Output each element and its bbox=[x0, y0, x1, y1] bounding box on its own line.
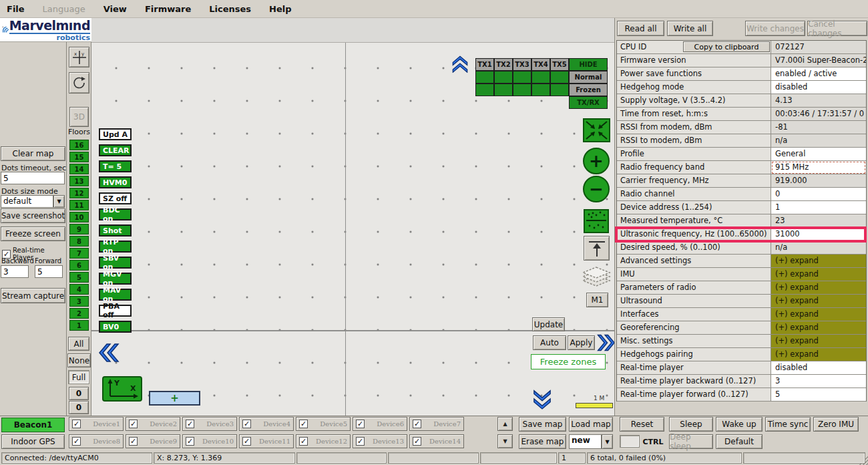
layers-icon[interactable] bbox=[579, 266, 614, 290]
copy-to-clipboard-button[interactable]: Copy to clipboard bbox=[683, 41, 770, 52]
floors-all-button[interactable]: All bbox=[68, 337, 89, 351]
floor-button-13[interactable]: 13 bbox=[69, 176, 89, 186]
m1-button[interactable]: M1 bbox=[586, 293, 608, 307]
device-toggle-device5[interactable]: ✓Device5 bbox=[296, 417, 351, 431]
backward-input[interactable] bbox=[1, 265, 29, 278]
menu-item-file[interactable]: File bbox=[7, 4, 25, 14]
tx-cell[interactable] bbox=[513, 71, 531, 84]
read-all-button[interactable]: Read all bbox=[617, 21, 664, 36]
property-value-real-time-player-backward-0-127[interactable]: 3 bbox=[771, 375, 866, 388]
floor-button-3[interactable]: 3 bbox=[69, 296, 89, 307]
zero-imu-button[interactable]: Zero IMU bbox=[813, 417, 859, 432]
add-submap-button[interactable]: + bbox=[149, 391, 200, 406]
property-value-real-time-player-forward-0-127[interactable]: 5 bbox=[771, 388, 866, 402]
menu-item-firmware[interactable]: Firmware bbox=[145, 4, 191, 14]
floor-button-15[interactable]: 15 bbox=[69, 152, 89, 162]
collapse-down-icon[interactable] bbox=[533, 388, 552, 410]
property-value-hedgehog-mode[interactable]: disabled bbox=[771, 81, 866, 94]
load-map-button[interactable]: Load map bbox=[569, 417, 613, 432]
xy-axes-tool-button[interactable]: x y bbox=[69, 47, 89, 67]
device-toggle-device7[interactable]: ✓Device7 bbox=[409, 417, 464, 431]
device-toggle-device14[interactable]: ✓Device14 bbox=[409, 434, 464, 448]
tx-side-hide[interactable]: HIDE bbox=[569, 58, 608, 71]
time-sync-button[interactable]: Time sync bbox=[765, 417, 811, 432]
tx-cell[interactable] bbox=[475, 84, 494, 96]
floor-button-12[interactable]: 12 bbox=[69, 188, 89, 198]
map-action-sz-off[interactable]: SZ off bbox=[99, 192, 132, 204]
beacon-tab[interactable]: Beacon1 bbox=[1, 418, 65, 432]
floor-button-8[interactable]: 8 bbox=[69, 236, 89, 247]
floor-button-5[interactable]: 5 bbox=[69, 272, 89, 283]
menu-item-language[interactable]: Language bbox=[43, 4, 85, 14]
counter-top[interactable]: 0 bbox=[69, 387, 89, 400]
tx-cell[interactable] bbox=[531, 71, 550, 84]
zoom-in-button[interactable]: + bbox=[583, 148, 610, 174]
tx-header-tx5[interactable]: TX5 bbox=[550, 58, 569, 71]
forward-input[interactable] bbox=[35, 265, 63, 278]
wake-up-button[interactable]: Wake up bbox=[716, 417, 763, 432]
floor-button-11[interactable]: 11 bbox=[69, 200, 89, 210]
freeze-zones-button[interactable]: Freeze zones bbox=[531, 354, 606, 369]
tx-side-tx-rx[interactable]: TX/RX bbox=[569, 96, 608, 109]
dots-timeout-input[interactable] bbox=[1, 172, 65, 184]
indoor-gps-tab[interactable]: Indoor GPS bbox=[1, 434, 65, 449]
reset-button[interactable]: Reset bbox=[620, 417, 664, 432]
menu-item-view[interactable]: View bbox=[103, 4, 127, 14]
device-toggle-device2[interactable]: ✓Device2 bbox=[126, 417, 180, 431]
ctrl-checkbox[interactable] bbox=[620, 435, 640, 448]
cancel-changes-button[interactable]: Cancel changes bbox=[807, 21, 867, 36]
clear-map-button[interactable]: Clear map bbox=[1, 146, 65, 161]
tx-header-tx1[interactable]: TX1 bbox=[475, 58, 494, 71]
dots-size-mode-select[interactable]: default ▼ bbox=[1, 195, 65, 208]
map-action-bv0[interactable]: BV0 bbox=[99, 321, 132, 333]
devices-scroll-up-button[interactable]: ▲ bbox=[497, 417, 513, 431]
device-toggle-device4[interactable]: ✓Device4 bbox=[239, 417, 294, 431]
device-toggle-device12[interactable]: ✓Device12 bbox=[296, 434, 351, 448]
map-select-dropdown[interactable]: new ▼ bbox=[569, 434, 613, 449]
tx-side-normal[interactable]: Normal bbox=[569, 71, 608, 84]
device-toggle-device8[interactable]: ✓Device8 bbox=[69, 434, 124, 448]
property-value-interfaces[interactable]: (+) expand bbox=[771, 308, 866, 321]
map-action-t-5[interactable]: T= 5 bbox=[99, 160, 132, 172]
chevron-down-icon[interactable]: ▼ bbox=[602, 434, 613, 449]
update-button[interactable]: Update bbox=[532, 317, 565, 331]
floor-button-6[interactable]: 6 bbox=[69, 260, 89, 271]
device-toggle-device6[interactable]: ✓Device6 bbox=[353, 417, 407, 431]
three-d-button[interactable]: 3D bbox=[69, 107, 89, 127]
floor-button-2[interactable]: 2 bbox=[69, 308, 89, 319]
tx-cell[interactable] bbox=[550, 84, 569, 96]
map-action-mgv-on[interactable]: MGV on bbox=[99, 273, 132, 285]
map-action-rtp-on[interactable]: RTP on bbox=[99, 241, 132, 253]
tx-header-tx3[interactable]: TX3 bbox=[513, 58, 531, 71]
map-action-shot[interactable]: Shot bbox=[99, 224, 132, 237]
map-action-pba-off[interactable]: PBA off bbox=[99, 305, 132, 317]
devices-scroll-down-button[interactable]: ▼ bbox=[497, 434, 513, 448]
floor-button-10[interactable]: 10 bbox=[69, 212, 89, 222]
tx-cell[interactable] bbox=[475, 71, 494, 84]
map-action-sbv-on[interactable]: SBV on bbox=[99, 257, 132, 269]
chevron-down-icon[interactable]: ▼ bbox=[53, 195, 65, 208]
map-action-bdc-on[interactable]: BDC on bbox=[99, 208, 132, 220]
erase-map-button[interactable]: Erase map bbox=[519, 434, 566, 449]
freeze-screen-button[interactable]: Freeze screen bbox=[1, 226, 65, 241]
menu-item-licenses[interactable]: Licenses bbox=[209, 4, 251, 14]
counter-bottom[interactable]: 0 bbox=[69, 401, 89, 414]
property-value-radio-frequency-band[interactable]: 915 MHz bbox=[771, 161, 866, 174]
auto-button[interactable]: Auto bbox=[533, 335, 566, 350]
property-value-imu[interactable]: (+) expand bbox=[771, 268, 866, 281]
default-button[interactable]: Default bbox=[716, 434, 763, 449]
property-value-advanced-settings[interactable]: (+) expand bbox=[771, 255, 866, 268]
rotate-tool-button[interactable] bbox=[69, 72, 89, 94]
fit-to-screen-icon[interactable] bbox=[583, 118, 610, 142]
property-value-profile[interactable]: General bbox=[771, 148, 866, 161]
zoom-out-button[interactable]: − bbox=[583, 176, 610, 202]
apply-button[interactable]: Apply bbox=[568, 335, 595, 350]
floor-button-14[interactable]: 14 bbox=[69, 164, 89, 174]
collapse-left-icon[interactable] bbox=[97, 343, 120, 363]
floor-button-16[interactable]: 16 bbox=[69, 140, 89, 150]
floors-none-button[interactable]: None bbox=[67, 353, 91, 367]
property-value-radio-channel[interactable]: 0 bbox=[771, 188, 866, 201]
property-value-power-save-functions[interactable]: enabled / active bbox=[771, 67, 866, 81]
floors-full-button[interactable]: Full bbox=[68, 370, 89, 384]
map-action-upd-a[interactable]: Upd A bbox=[99, 128, 132, 140]
